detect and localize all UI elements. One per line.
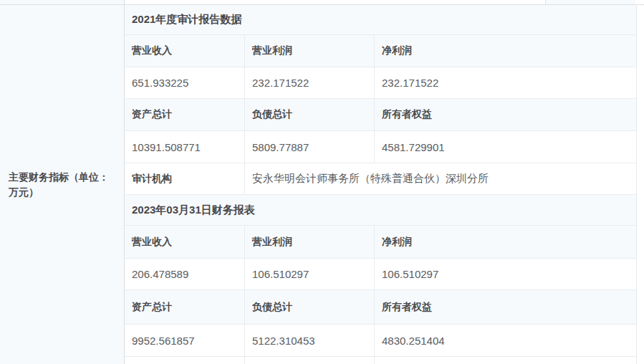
value-row: 10391.508771 5809.77887 4581.729901 [125,131,636,163]
header-cell-total-liabilities: 负债总计 [245,290,375,324]
header-cell-operating-profit: 营业利润 [245,226,375,258]
value-cell-total-liabilities: 5122.310453 [245,325,375,356]
value-cell-owners-equity: 4830.251404 [375,325,636,356]
next-row-sliver [125,357,636,364]
value-row: 651.933225 232.171522 232.171522 [125,67,636,99]
header-cell-total-liabilities: 负债总计 [245,99,375,130]
value-cell-total-liabilities: 5809.77887 [245,131,375,163]
next-row-sliver-cell [375,357,636,364]
audit-institution-value: 安永华明会计师事务所（特殊普通合伙）深圳分所 [245,163,636,194]
row-label: 主要财务指标（单位：万元） [0,170,124,200]
header-cell-operating-profit: 营业利润 [245,35,375,67]
value-cell-owners-equity: 4581.729901 [375,131,636,163]
header-cell-owners-equity: 所有者权益 [375,290,636,324]
section-title-row-2021: 2021年度审计报告数据 [125,5,636,35]
value-cell-total-assets: 10391.508771 [125,131,245,163]
previous-row-sliver [0,0,644,5]
next-row-sliver-cell [245,357,375,364]
previous-row-label-sliver [0,0,125,4]
audit-institution-row: 审计机构 安永华明会计师事务所（特殊普通合伙）深圳分所 [125,163,636,195]
value-cell-net-profit: 232.171522 [375,67,636,98]
section-title-2023: 2023年03月31日财务报表 [125,195,636,225]
section-title-row-2023: 2023年03月31日财务报表 [125,195,636,226]
value-cell-total-assets: 9952.561857 [125,325,245,356]
header-cell-revenue: 营业收入 [125,226,245,258]
section-title-2021: 2021年度审计报告数据 [125,5,636,34]
row-label-cell: 主要财务指标（单位：万元） [0,5,125,364]
value-cell-revenue: 206.478589 [125,259,245,289]
header-cell-revenue: 营业收入 [125,35,245,67]
next-row-sliver-cell [125,357,245,364]
previous-row-right-cell-sliver [545,0,635,4]
header-row: 资产总计 负债总计 所有者权益 [125,290,636,325]
financial-data-table: 2021年度审计报告数据 营业收入 营业利润 净利润 651.933225 23… [125,5,637,364]
page-gutter [637,5,644,364]
value-row: 206.478589 106.510297 106.510297 [125,259,636,290]
value-cell-operating-profit: 232.171522 [245,67,375,98]
value-row: 9952.561857 5122.310453 4830.251404 [125,325,636,357]
header-cell-owners-equity: 所有者权益 [375,99,636,130]
header-cell-net-profit: 净利润 [375,226,636,258]
header-row: 资产总计 负债总计 所有者权益 [125,99,636,131]
financial-indicators-panel: 主要财务指标（单位：万元） 2021年度审计报告数据 营业收入 营业利润 净利润… [0,0,644,364]
previous-row-content-sliver [125,0,545,4]
header-row: 营业收入 营业利润 净利润 [125,35,636,67]
value-cell-net-profit: 106.510297 [375,259,636,289]
header-cell-net-profit: 净利润 [375,35,636,67]
header-cell-total-assets: 资产总计 [125,99,245,130]
header-cell-total-assets: 资产总计 [125,290,245,324]
audit-institution-label: 审计机构 [125,163,245,194]
page-gutter [635,0,644,4]
value-cell-operating-profit: 106.510297 [245,259,375,289]
header-row: 营业收入 营业利润 净利润 [125,226,636,259]
value-cell-revenue: 651.933225 [125,67,245,98]
